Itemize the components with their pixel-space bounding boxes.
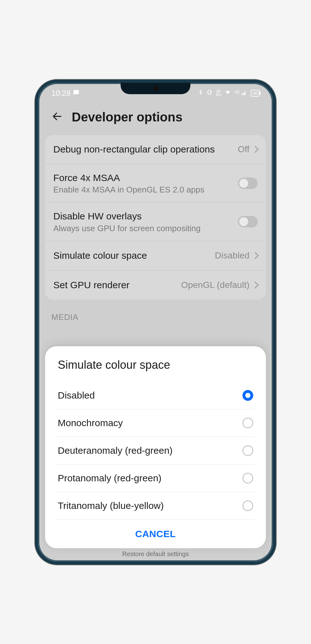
- setting-value: OpenGL (default): [181, 280, 249, 290]
- battery-indicator: 40: [251, 90, 260, 97]
- option-monochromacy[interactable]: Monochromacy: [56, 409, 255, 437]
- status-bar: 10:28 90 B/s: [41, 85, 270, 101]
- mobile-network: 4G: [235, 90, 248, 96]
- section-header-media: MEDIA: [41, 300, 270, 328]
- option-deuteranomaly[interactable]: Deuteranomaly (red-green): [56, 437, 255, 465]
- setting-debug-clip[interactable]: Debug non-rectangular clip operations Of…: [45, 135, 266, 164]
- status-time: 10:28: [51, 89, 70, 98]
- restore-default-settings[interactable]: Restore default settings: [41, 550, 270, 558]
- setting-value: Off: [238, 144, 249, 154]
- option-disabled[interactable]: Disabled: [56, 382, 255, 409]
- vibrate-icon: [206, 89, 213, 97]
- back-icon[interactable]: [51, 111, 63, 123]
- setting-simulate-colour-space[interactable]: Simulate colour space Disabled: [45, 241, 266, 270]
- screen: 10:28 90 B/s: [41, 85, 270, 559]
- setting-label: Disable HW overlays: [53, 210, 232, 222]
- setting-subtitle: Always use GPU for screen compositing: [53, 224, 232, 233]
- option-label: Monochromacy: [58, 418, 123, 428]
- radio-icon: [242, 473, 253, 484]
- option-label: Tritanomaly (blue-yellow): [58, 500, 164, 511]
- setting-label: Debug non-rectangular clip operations: [53, 143, 231, 155]
- page-header: Developer options: [41, 101, 270, 135]
- option-label: Disabled: [58, 390, 95, 401]
- option-label: Protanomaly (red-green): [58, 473, 162, 484]
- network-speed: 90 B/s: [216, 90, 221, 97]
- setting-value: Disabled: [215, 250, 249, 261]
- setting-label: Set GPU renderer: [53, 279, 175, 291]
- option-label: Deuteranomaly (red-green): [58, 445, 173, 456]
- power-button[interactable]: [275, 292, 276, 324]
- radio-icon: [242, 418, 253, 428]
- setting-subtitle: Enable 4x MSAA in OpenGL ES 2.0 apps: [53, 185, 232, 195]
- chevron-right-icon: [252, 146, 259, 153]
- setting-disable-hw-overlays[interactable]: Disable HW overlays Always use GPU for s…: [45, 203, 266, 241]
- option-tritanomaly[interactable]: Tritanomaly (blue-yellow): [56, 492, 255, 520]
- setting-label: Force 4x MSAA: [53, 172, 232, 184]
- cancel-button[interactable]: CANCEL: [135, 529, 176, 539]
- phone-frame: 10:28 90 B/s: [35, 80, 276, 565]
- chevron-right-icon: [252, 252, 259, 259]
- settings-card: Debug non-rectangular clip operations Of…: [45, 135, 266, 300]
- page-title: Developer options: [72, 110, 182, 124]
- option-protanomaly[interactable]: Protanomaly (red-green): [56, 465, 255, 492]
- bluetooth-icon: [198, 89, 203, 97]
- wifi-icon: [224, 89, 231, 97]
- toggle-switch[interactable]: [238, 178, 258, 189]
- chevron-right-icon: [252, 281, 259, 289]
- svg-rect-0: [208, 90, 211, 94]
- notification-icon: [73, 89, 79, 98]
- volume-up-button[interactable]: [275, 184, 276, 229]
- radio-icon: [242, 500, 253, 511]
- dialog-simulate-colour-space: Simulate colour space Disabled Monochrom…: [45, 346, 266, 548]
- toggle-switch[interactable]: [238, 216, 258, 227]
- setting-gpu-renderer[interactable]: Set GPU renderer OpenGL (default): [45, 270, 266, 300]
- setting-force-msaa[interactable]: Force 4x MSAA Enable 4x MSAA in OpenGL E…: [45, 164, 266, 203]
- dialog-title: Simulate colour space: [56, 358, 255, 372]
- radio-icon: [242, 445, 253, 456]
- radio-selected-icon: [242, 390, 253, 401]
- setting-label: Simulate colour space: [53, 250, 208, 262]
- volume-down-button[interactable]: [275, 238, 276, 283]
